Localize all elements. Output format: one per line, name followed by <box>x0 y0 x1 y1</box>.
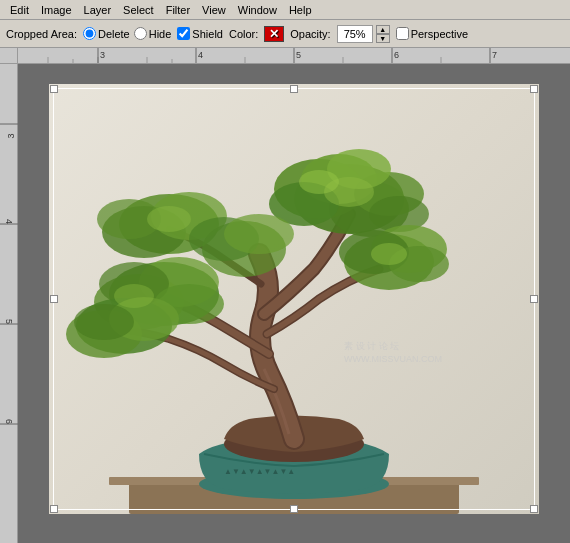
opacity-up[interactable]: ▲ <box>376 25 390 34</box>
svg-text:▲▼▲▼▲▼▲▼▲: ▲▼▲▼▲▼▲▼▲ <box>224 467 295 476</box>
ruler-marks-h: 3 4 5 6 7 <box>18 48 570 63</box>
toolbar: Cropped Area: Delete Hide Shield Color: … <box>0 20 570 48</box>
hide-option[interactable]: Hide <box>134 27 172 40</box>
hide-label: Hide <box>149 28 172 40</box>
svg-point-58 <box>224 214 294 254</box>
svg-point-62 <box>371 243 407 265</box>
hide-radio[interactable] <box>134 27 147 40</box>
svg-text:3: 3 <box>100 50 105 60</box>
cropped-area-options: Delete Hide <box>83 27 171 40</box>
main-body: 3 4 5 6 7 <box>0 48 570 543</box>
svg-text:5: 5 <box>4 319 14 324</box>
color-x-icon: ✕ <box>265 27 283 41</box>
color-label: Color: <box>229 28 258 40</box>
menu-edit[interactable]: Edit <box>4 2 35 18</box>
canvas-scroll: ▲▼▲▼▲▼▲▼▲ <box>18 64 570 543</box>
perspective-checkbox[interactable] <box>396 27 409 40</box>
svg-point-63 <box>114 284 154 308</box>
svg-text:6: 6 <box>394 50 399 60</box>
ruler-corner <box>0 48 18 63</box>
svg-text:6: 6 <box>4 419 14 424</box>
color-swatch[interactable]: ✕ <box>264 26 284 42</box>
menu-layer[interactable]: Layer <box>78 2 118 18</box>
bonsai-svg: ▲▼▲▼▲▼▲▼▲ <box>49 84 539 514</box>
svg-text:5: 5 <box>296 50 301 60</box>
svg-text:WWW.MISSVUAN.COM: WWW.MISSVUAN.COM <box>344 354 442 364</box>
delete-option[interactable]: Delete <box>83 27 130 40</box>
canvas-wrapper: ▲▼▲▼▲▼▲▼▲ <box>49 84 539 514</box>
svg-point-55 <box>74 304 134 340</box>
menu-filter[interactable]: Filter <box>160 2 196 18</box>
perspective-label: Perspective <box>411 28 468 40</box>
opacity-down[interactable]: ▼ <box>376 34 390 43</box>
horizontal-ruler: 3 4 5 6 7 <box>0 48 570 64</box>
ruler-svg-h: 3 4 5 6 7 <box>18 48 570 63</box>
svg-text:4: 4 <box>198 50 203 60</box>
svg-text:3: 3 <box>6 133 16 138</box>
delete-radio[interactable] <box>83 27 96 40</box>
opacity-label: Opacity: <box>290 28 330 40</box>
canvas-area: 3 4 5 6 <box>0 64 570 543</box>
menu-window[interactable]: Window <box>232 2 283 18</box>
menu-view[interactable]: View <box>196 2 232 18</box>
opacity-input[interactable] <box>337 25 373 43</box>
svg-text:4: 4 <box>4 219 14 224</box>
shield-checkbox[interactable] <box>177 27 190 40</box>
opacity-stepper: ▲ ▼ <box>376 25 390 43</box>
menu-image[interactable]: Image <box>35 2 78 18</box>
menubar: Edit Image Layer Select Filter View Wind… <box>0 0 570 20</box>
svg-point-60 <box>299 170 339 194</box>
svg-point-61 <box>147 206 191 232</box>
menu-help[interactable]: Help <box>283 2 318 18</box>
opacity-group: ▲ ▼ <box>337 25 390 43</box>
perspective-option[interactable]: Perspective <box>396 27 468 40</box>
ruler-svg-v: 3 4 5 6 <box>0 64 18 543</box>
shield-label: Shield <box>192 28 223 40</box>
shield-option[interactable]: Shield <box>177 27 223 40</box>
cropped-area-label: Cropped Area: <box>6 28 77 40</box>
vertical-ruler: 3 4 5 6 <box>0 64 18 543</box>
svg-text:素 设 计 论 坛: 素 设 计 论 坛 <box>344 341 399 351</box>
delete-label: Delete <box>98 28 130 40</box>
menu-select[interactable]: Select <box>117 2 160 18</box>
svg-text:7: 7 <box>492 50 497 60</box>
